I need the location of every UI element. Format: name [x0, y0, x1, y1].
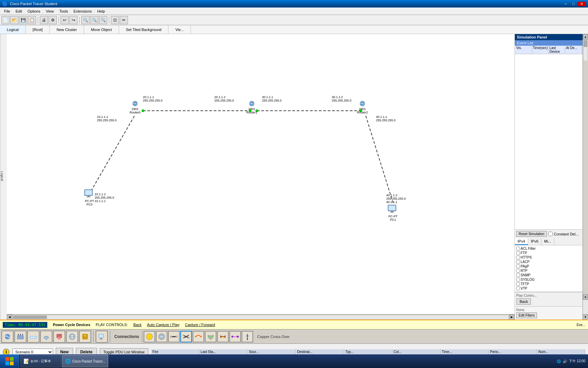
mode-move-object[interactable]: Move Object	[84, 25, 119, 34]
scroll-up-btn[interactable]: ▲	[583, 34, 588, 40]
minimize-btn[interactable]: ─	[562, 2, 570, 6]
coax-btn[interactable]	[217, 331, 229, 342]
switches-btn[interactable]	[14, 331, 27, 343]
router1[interactable]: 2901 Router1	[243, 101, 260, 114]
pc0[interactable]: PC-PT PC0	[81, 189, 98, 206]
title-bar: 🔵 Cisco Packet Tracer Student ─ □ ✕	[0, 0, 588, 7]
menu-file[interactable]: File	[1, 9, 13, 14]
security-btn[interactable]	[53, 331, 65, 343]
rtp-filter-checkbox[interactable]	[516, 269, 520, 273]
tab-ipv6[interactable]: IPv6	[528, 238, 541, 245]
taskbar-item-packettracer[interactable]: 🌐 Cisco Packet Tracer...	[62, 355, 108, 367]
custom-btn[interactable]: ?	[79, 331, 91, 343]
new-btn[interactable]: 📄	[1, 16, 10, 24]
serial-btn[interactable]	[229, 331, 241, 342]
h-scroll-thumb[interactable]	[13, 316, 47, 319]
print-btn[interactable]: 🖨	[40, 16, 48, 24]
fiber-btn[interactable]	[193, 331, 204, 342]
undo-btn[interactable]: ↩	[61, 16, 69, 24]
pdu-col-period: Perio...	[489, 349, 537, 354]
taskbar-item-notepad[interactable]: 📝 ip.txt - 记事本	[20, 355, 61, 367]
hubs-btn[interactable]	[27, 331, 39, 343]
menu-view[interactable]: View	[43, 9, 57, 14]
play-capture[interactable]: Capture / Forward	[185, 323, 215, 327]
svg-rect-28	[87, 196, 89, 197]
menu-options[interactable]: Options	[25, 9, 43, 14]
mode-new-cluster[interactable]: New Cluster	[50, 25, 84, 34]
snmp-filter-checkbox[interactable]	[516, 273, 520, 277]
pc1[interactable]: PC-PT PC1	[385, 204, 402, 221]
lacp-filter-checkbox[interactable]	[516, 260, 520, 264]
fit-btn[interactable]: ⊡	[111, 16, 119, 24]
wan-btn[interactable]	[66, 331, 78, 343]
scroll-down-btn[interactable]: ▼	[583, 294, 588, 300]
pagp-filter-checkbox[interactable]	[516, 264, 520, 268]
ftp-filter-checkbox[interactable]	[516, 251, 520, 255]
save-btn[interactable]: 💾	[19, 16, 27, 24]
scroll-left-btn[interactable]: ◀	[7, 315, 12, 320]
svg-line-2	[90, 116, 134, 193]
svg-point-21	[362, 103, 363, 104]
start-button[interactable]	[0, 354, 19, 368]
right-scroll-down[interactable]: ▼	[583, 314, 588, 320]
constant-delay-checkbox[interactable]	[548, 232, 553, 236]
mode-root[interactable]: [Root]	[26, 25, 50, 34]
filter-https: HTTPS	[516, 256, 549, 259]
canvas-area[interactable]: 20.1.1.1 255.255.255.0 10.1.1.1 255.255.…	[7, 34, 514, 320]
maximize-btn[interactable]: □	[570, 2, 577, 6]
preferences-btn[interactable]: ⚙	[49, 16, 57, 24]
menu-extensions[interactable]: Extensions	[71, 9, 95, 14]
wireless-btn[interactable]	[40, 331, 52, 343]
menu-tools[interactable]: Tools	[56, 9, 71, 14]
taskbar: 📝 ip.txt - 记事本 🌐 Cisco Packet Tracer... …	[0, 354, 588, 368]
end-devices-btn[interactable]	[96, 331, 108, 343]
v-scrollbar-sim[interactable]: ▲ ▼	[583, 34, 588, 300]
usb-btn[interactable]	[242, 331, 253, 342]
straight-cable-btn[interactable]	[168, 331, 180, 342]
zoom-out-btn[interactable]: 🔍	[99, 16, 107, 24]
h-scrollbar[interactable]: ◀ ▶	[7, 314, 514, 320]
serial-icon	[231, 333, 239, 340]
edit-filters-btn[interactable]: Edit Filters	[516, 312, 537, 318]
sep1	[93, 331, 94, 343]
open-btn[interactable]: 📂	[10, 16, 18, 24]
svg-point-42	[34, 337, 36, 338]
mode-set-bg[interactable]: Set Tiled Background	[119, 25, 169, 34]
reset-simulation-btn[interactable]: Reset Simulation	[516, 231, 547, 237]
tab-ipv4[interactable]: IPv4	[515, 238, 528, 245]
menu-edit[interactable]: Edit	[13, 9, 25, 14]
zoom-in-btn[interactable]: 🔍	[81, 16, 89, 24]
back-btn[interactable]: Back	[517, 298, 531, 305]
https-filter-checkbox[interactable]	[516, 256, 520, 259]
v-scroll-thumb[interactable]	[584, 40, 587, 47]
redo-btn[interactable]: ↪	[69, 16, 78, 24]
router2-icon	[356, 101, 369, 107]
play-controls-status-label: PLAY CONTROLS:	[96, 323, 128, 327]
syslog-filter-checkbox[interactable]	[516, 278, 520, 281]
zoom-reset-btn[interactable]: 🔍	[90, 16, 98, 24]
vtp-filter-checkbox[interactable]	[516, 287, 520, 290]
mode-logical[interactable]: Logical	[0, 25, 26, 34]
sim-event-list[interactable]	[515, 54, 583, 229]
event-list-none-label: None.	[516, 308, 581, 312]
router0[interactable]: 2901 Router0	[127, 101, 144, 114]
save-as-btn[interactable]: 📋	[28, 16, 36, 24]
draw-btn[interactable]: ✏	[120, 16, 128, 24]
mode-view[interactable]: Vie...	[168, 25, 191, 34]
crossover-cable-btn[interactable]	[180, 331, 192, 342]
console-btn[interactable]	[156, 331, 167, 342]
acl-filter-checkbox[interactable]	[516, 247, 520, 250]
play-auto[interactable]: Auto Capture / Play	[147, 323, 179, 327]
tftp-filter-checkbox[interactable]	[516, 282, 520, 286]
clock-display: 下午 12:00	[569, 359, 585, 364]
play-back[interactable]: Back	[133, 323, 142, 327]
filter-rtp: RTP	[516, 269, 549, 273]
tab-misc[interactable]: Mi...	[541, 238, 554, 245]
routers-btn[interactable]	[1, 331, 14, 343]
close-btn[interactable]: ✕	[577, 2, 586, 6]
menu-help[interactable]: Help	[95, 9, 108, 14]
phone-btn[interactable]	[205, 331, 216, 342]
auto-cable-btn[interactable]: ⚡	[144, 331, 155, 342]
scroll-right-btn[interactable]: ▶	[509, 315, 514, 320]
router2[interactable]: 2901 Router2	[354, 101, 371, 114]
